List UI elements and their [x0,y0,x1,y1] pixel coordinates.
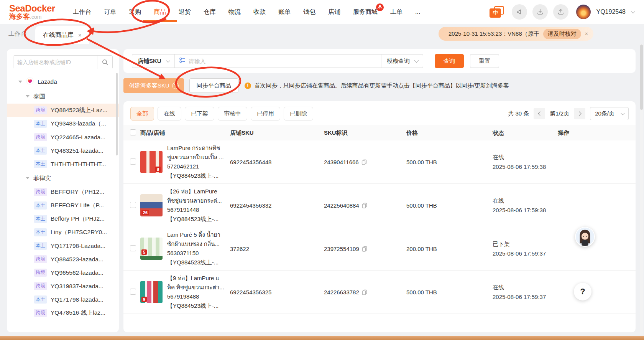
copy-icon[interactable] [362,289,368,295]
tree-node-thailand[interactable]: 泰国 [7,89,119,104]
action-row: 创建海多客SKU ? 同步平台商品 ! 首次同步，只同步店铺在售商品。后续商品有… [123,78,636,93]
shop-item[interactable]: 本土 YQ483251-lazada... [7,144,119,157]
copy-icon[interactable] [362,246,368,252]
user-avatar[interactable] [576,5,591,19]
shop-item[interactable]: 本土 YQ171798-Lazada... [7,239,119,253]
tab-disabled[interactable]: 已停用 [251,107,280,120]
shop-search-input[interactable] [13,56,97,69]
search-icon[interactable] [97,56,112,69]
match-mode-select[interactable]: 模糊查询 [381,54,423,68]
tree-node-philippines[interactable]: 菲律宾 [7,171,119,185]
product-name[interactable]: LamPure กระดาษทิช [167,144,224,153]
shop-item[interactable]: 跨境 YQ965562-lazada... [7,266,119,279]
product-image[interactable]: 8 [140,151,163,173]
shop-item[interactable]: 本土 Liny（PH7SC2RY0... [7,226,119,239]
tab-online[interactable]: 在线 [158,107,181,120]
select-all-checkbox[interactable] [130,129,136,135]
help-button[interactable]: ? [574,283,591,300]
next-page-button[interactable] [574,108,585,119]
chevron-right-icon [577,111,581,116]
tab-deleted[interactable]: 已删除 [284,107,313,120]
nav-more[interactable]: ... [415,8,420,15]
nav-item-purchasing[interactable]: 采购 [129,8,141,16]
price-value: 500.00 THB [406,289,493,295]
create-sku-button[interactable]: 创建海多客SKU ? [123,78,184,93]
row-checkbox[interactable] [130,158,136,165]
shop-item[interactable]: 跨境 YQ884523-lazada... [7,253,119,266]
nav-item-logistics[interactable]: 物流 [228,8,241,16]
caret-down-icon [18,81,22,83]
shop-item[interactable]: 跨境 YQ319837-lazada... [7,279,119,293]
scrollbar-thumb[interactable] [640,45,643,110]
tab-reviewing[interactable]: 审核中 [218,107,247,120]
shop-item[interactable]: 本土 YQ171798-lazada... [7,293,119,306]
assistant-avatar[interactable] [575,227,595,247]
page-scrollbar[interactable] [640,44,643,335]
shop-item[interactable]: 本土 BEFFORY Life（P... [7,199,119,212]
copy-icon[interactable] [362,203,368,208]
sidebar-scrollbar[interactable] [116,73,118,155]
tree-node-lazada[interactable]: Lazada [7,74,119,89]
language-switch-icon[interactable]: 中 [490,6,504,18]
product-name-2[interactable]: พ็ค ทิชชู่แขวนกระต่า... [167,283,224,292]
nav-item-orders[interactable]: 订单 [104,8,116,16]
copy-icon[interactable] [361,159,367,165]
row-checkbox[interactable] [130,245,136,251]
price-value: 200.00 THB [406,246,493,252]
product-name-2[interactable]: ซักผ้าแบบซอง กลิ่น... [167,239,220,249]
sync-platform-products-button[interactable]: 同步平台商品 [189,78,238,93]
shop-item[interactable]: 跨境 BEFFORY（PH12... [7,185,119,199]
username[interactable]: YQ192548 [596,8,626,15]
product-name[interactable]: 【26 ห่อ】LamPure [167,187,222,196]
product-image[interactable]: 26 [140,194,163,216]
prev-page-button[interactable] [534,108,545,119]
row-checkbox[interactable] [130,202,136,208]
sku-id-value: 24225640884 [324,202,359,209]
notice-action-pill[interactable]: 请及时核对 [543,29,581,39]
product-name[interactable]: 【9 ห่อ】LamPure แ [167,274,224,283]
nav-item-products[interactable]: 商品 [154,8,166,16]
tab-online-product-library[interactable]: 在线商品库 × [35,26,89,44]
page-size-select[interactable]: 20条/页 [590,107,629,120]
product-image[interactable]: 9 [140,281,163,303]
shop-item[interactable]: 跨境 YQ478516-线上laz... [7,306,119,320]
content-area: Lazada 泰国 跨境 YQ884523线上-Laz... 本土 YQ9348… [0,44,644,336]
nav-item-wallet[interactable]: 钱包 [303,8,315,16]
product-name[interactable]: Lam Puré 5 ดิ้ง น้ำยา [167,230,220,239]
brand-logo[interactable]: SeaDocker 海多客.com [9,3,67,20]
field-select[interactable]: 店铺SKU [132,54,175,68]
nav-item-shops[interactable]: 店铺 [328,8,340,16]
nav-item-returns[interactable]: 退货 [179,8,191,16]
brand-cn: 海多客.com [9,13,67,20]
chevron-down-icon[interactable] [631,9,635,13]
nav-item-bills[interactable]: 账单 [278,8,291,16]
shop-item[interactable]: 本土 YQ93483-lazada（... [7,117,119,130]
notice-close-icon[interactable]: × [585,31,588,37]
shop-item[interactable]: 跨境 YQ884523线上-Laz... [7,104,119,117]
row-checkbox[interactable] [130,289,136,295]
product-name-2[interactable]: ชู่แขวนลายใบเมเปิ้ล ... [167,153,224,162]
product-id: 5679198488 [167,292,224,301]
tab-all[interactable]: 全部 [130,107,154,120]
table-row: 8 LamPure กระดาษทิช ชู่แขวนลายใบเมเปิ้ล … [123,140,636,184]
breadcrumb[interactable]: 工作台 [8,30,27,38]
export-icon[interactable] [553,4,568,20]
download-icon[interactable] [532,4,548,20]
nav-item-service-mall[interactable]: 服务商城 [353,8,378,16]
product-image[interactable]: 5 [140,238,163,260]
nav-item-tickets[interactable]: 工单 [390,8,402,16]
caret-down-icon [26,177,30,179]
nav-item-workbench[interactable]: 工作台 [73,8,91,16]
shop-item[interactable]: 本土 Beffory PH（PHJ2... [7,212,119,226]
product-name-2[interactable]: ทิชชู่แขวนลายกระต่... [167,196,222,205]
search-button[interactable]: 查询 [435,54,464,68]
nav-item-warehouse[interactable]: 仓库 [204,8,216,16]
tab-close-icon[interactable]: × [78,32,82,38]
shop-item[interactable]: 本土 THTHTHTHTHTHT... [7,157,119,171]
tab-delisted[interactable]: 已下架 [185,107,214,120]
shop-item[interactable]: 跨境 YQ224665-Lazada... [7,130,119,144]
nav-item-collections[interactable]: 收款 [253,8,266,16]
reset-button[interactable]: 重置 [470,54,499,68]
keyword-input[interactable] [189,58,381,64]
announcement-icon[interactable] [512,4,527,20]
